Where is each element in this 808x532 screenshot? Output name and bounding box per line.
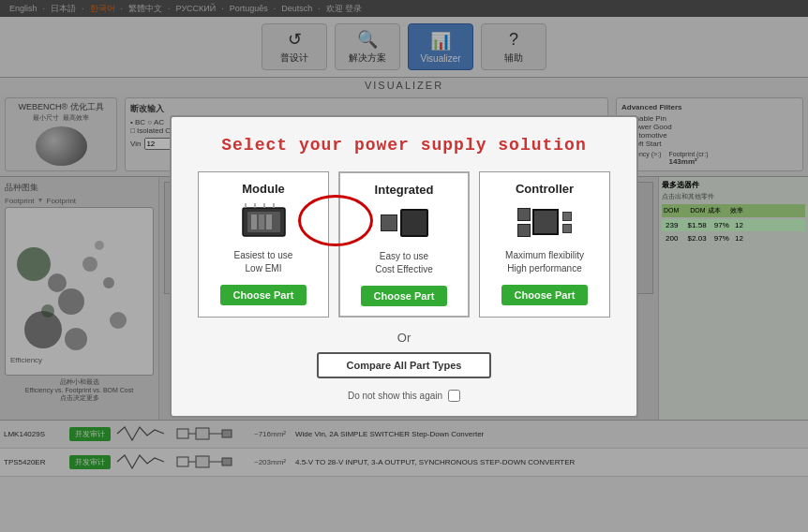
- module-choose-btn[interactable]: Choose Part: [220, 285, 307, 305]
- module-title: Module: [242, 182, 285, 196]
- integrated-icon: [376, 202, 432, 244]
- modal-overlay: Select your power supply solution Module: [0, 0, 808, 532]
- controller-desc: Maximum flexibility High performance: [505, 249, 584, 275]
- modal-title: Select your power supply solution: [190, 136, 618, 155]
- or-text: Or: [190, 331, 618, 345]
- no-show-row: Do not show this again: [190, 390, 618, 402]
- integrated-desc: Easy to use Cost Effective: [375, 250, 433, 276]
- module-desc: Easiest to use Low EMI: [234, 249, 293, 275]
- controller-title: Controller: [516, 182, 574, 196]
- integrated-choose-btn[interactable]: Choose Part: [361, 286, 448, 306]
- chip-ctrl-r2: [562, 224, 572, 233]
- controller-desc-1: Maximum flexibility: [505, 250, 584, 260]
- compare-btn[interactable]: Compare All Part Types: [317, 352, 492, 378]
- integrated-desc-2: Cost Effective: [375, 264, 433, 274]
- chip-small-icon: [381, 214, 397, 231]
- chip-large-icon: [400, 209, 428, 237]
- chip-ctrl-top: [517, 208, 531, 221]
- module-desc-1: Easiest to use: [234, 250, 293, 260]
- chip-ctrl-bot: [517, 224, 531, 237]
- controller-icon: [516, 201, 573, 244]
- svg-rect-26: [266, 214, 272, 229]
- module-option-card: Module Easi: [198, 171, 329, 318]
- integrated-title: Integrated: [375, 183, 434, 197]
- controller-option-card: Controller Maxim: [479, 171, 610, 318]
- chip-ctrl-r1: [562, 212, 572, 221]
- no-show-label: Do not show this again: [348, 391, 442, 401]
- module-icon: [235, 201, 292, 244]
- chip-ctrl-main: [532, 209, 559, 235]
- integrated-option-card: Integrated Easy to use Cost Effective Ch…: [338, 171, 470, 318]
- svg-rect-24: [251, 214, 257, 229]
- select-solution-modal: Select your power supply solution Module: [170, 115, 638, 418]
- svg-rect-25: [259, 214, 264, 229]
- integrated-desc-1: Easy to use: [380, 251, 428, 261]
- module-desc-2: Low EMI: [246, 263, 282, 273]
- options-row: Module Easi: [190, 171, 618, 318]
- controller-choose-btn[interactable]: Choose Part: [501, 285, 589, 305]
- no-show-checkbox[interactable]: [448, 390, 460, 402]
- controller-desc-2: High performance: [507, 263, 581, 273]
